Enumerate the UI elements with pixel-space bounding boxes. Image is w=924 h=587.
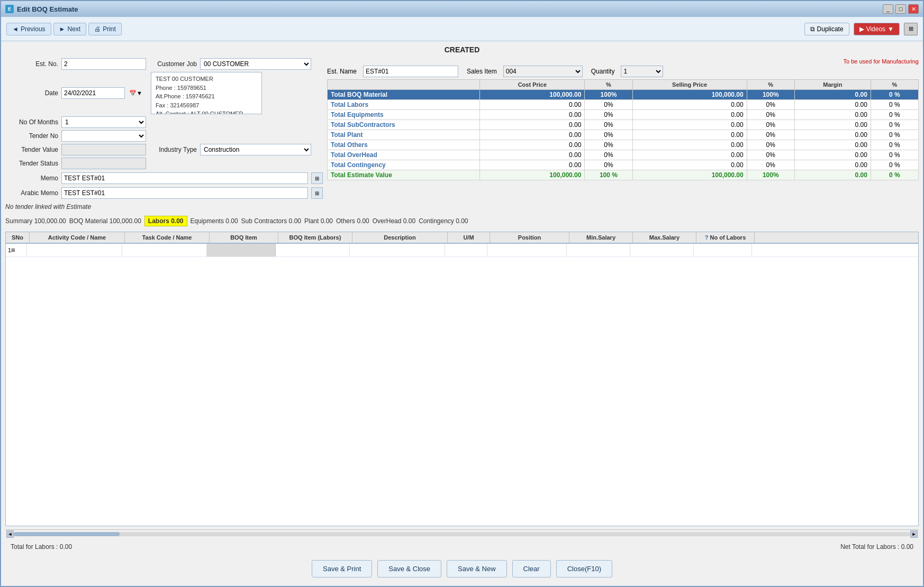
margin-pct: 0 %: [871, 90, 918, 100]
customer-name: TEST 00 CUSTOMER: [156, 75, 257, 84]
summary-bar-item[interactable]: BOQ Material 100,000.00: [69, 217, 141, 225]
summary-bar-item[interactable]: Summary 100,000.00: [5, 217, 66, 225]
toolbar-right: ⧉ Duplicate ▶ Videos ▼ ⊞: [804, 23, 918, 35]
grid-col-header-sno: SNo: [6, 232, 30, 243]
scroll-right-arrow[interactable]: ►: [910, 530, 918, 538]
row-label: Total Others: [328, 140, 480, 150]
summary-bar-item[interactable]: Sub Contractors 0.00: [241, 217, 301, 225]
memo-btn[interactable]: ⊞: [311, 172, 323, 184]
close-button[interactable]: ✕: [908, 4, 919, 14]
window-title: Edit BOQ Estimate: [17, 5, 880, 13]
col-header-label: [328, 80, 480, 90]
cell-um[interactable]: [445, 244, 487, 256]
top-section: Est. No. Customer Job 00 CUSTOMER Date 📅…: [5, 58, 919, 210]
summary-bar-item[interactable]: Others 0.00: [336, 217, 369, 225]
est-customer-row: Est. No. Customer Job 00 CUSTOMER: [5, 58, 323, 70]
summary-table-row[interactable]: Total Equipments 0.00 0% 0.00 0% 0.00 0 …: [328, 110, 919, 120]
grid-body[interactable]: 1 ⊞: [6, 244, 918, 526]
margin: 0.00: [794, 90, 871, 100]
quantity-select[interactable]: 1: [621, 66, 663, 77]
summary-table-row[interactable]: Total BOQ Material 100,000.00 100% 100,0…: [328, 90, 919, 100]
margin: 0.00: [794, 130, 871, 140]
cell-task[interactable]: [122, 244, 207, 256]
sell-pct: 0%: [747, 130, 794, 140]
help-icon: ?: [705, 234, 709, 241]
clear-button[interactable]: Clear: [512, 560, 551, 577]
customer-job-select[interactable]: 00 CUSTOMER: [200, 58, 311, 70]
months-row: No Of Months 1: [5, 116, 323, 128]
col-header-cost-pct: %: [585, 80, 632, 90]
row-icon[interactable]: ⊞: [11, 247, 15, 253]
sales-item-label: Sales Item: [467, 68, 497, 75]
close-button-main[interactable]: Close(F10): [556, 560, 612, 577]
save-new-button[interactable]: Save & New: [447, 560, 507, 577]
cost-price: 0.00: [480, 140, 585, 150]
minimize-button[interactable]: _: [883, 4, 893, 14]
months-select[interactable]: 1: [61, 116, 146, 128]
est-no-input[interactable]: [61, 58, 146, 70]
scrollbar-track[interactable]: [14, 532, 910, 536]
summary-bar-item[interactable]: Contingency 0.00: [419, 217, 468, 225]
margin-pct: 0 %: [871, 140, 918, 150]
cost-price: 0.00: [480, 150, 585, 160]
next-button[interactable]: ► Next: [53, 23, 87, 35]
arabic-memo-btn[interactable]: ⊞: [311, 187, 323, 199]
date-input[interactable]: [61, 87, 125, 99]
cell-position[interactable]: [487, 244, 567, 256]
arabic-memo-input[interactable]: [61, 187, 308, 199]
main-window: E Edit BOQ Estimate _ □ ✕ ◄ Previous ► N…: [0, 0, 924, 587]
summary-table-row[interactable]: Total Labors 0.00 0% 0.00 0% 0.00 0 %: [328, 100, 919, 110]
margin-pct: 0 %: [871, 150, 918, 160]
summary-bar-item[interactable]: OverHead 0.00: [373, 217, 415, 225]
tender-value-input[interactable]: [61, 144, 146, 155]
est-name-input[interactable]: [363, 66, 458, 77]
tender-no-select[interactable]: [61, 130, 146, 142]
save-close-button[interactable]: Save & Close: [377, 560, 441, 577]
cost-pct: 0%: [585, 100, 632, 110]
margin: 0.00: [794, 140, 871, 150]
window-controls: _ □ ✕: [883, 4, 919, 14]
horizontal-scrollbar[interactable]: ◄ ►: [5, 529, 919, 538]
summary-table-row[interactable]: Total Contingency 0.00 0% 0.00 0% 0.00 0…: [328, 160, 919, 170]
previous-button[interactable]: ◄ Previous: [6, 23, 51, 35]
cell-maxsalary[interactable]: [630, 244, 694, 256]
cost-pct: 0%: [585, 160, 632, 170]
row-label: Total Estimate Value: [328, 170, 480, 180]
cell-activity[interactable]: [27, 244, 122, 256]
tender-value-label: Tender Value: [5, 146, 58, 153]
table-row: 1 ⊞: [6, 244, 918, 257]
summary-table-row[interactable]: Total SubContractors 0.00 0% 0.00 0% 0.0…: [328, 120, 919, 130]
summary-bar-item[interactable]: Labors 0.00: [144, 216, 187, 226]
maximize-button[interactable]: □: [895, 4, 906, 14]
title-bar: E Edit BOQ Estimate _ □ ✕: [1, 1, 923, 17]
cell-boqlabors[interactable]: [276, 244, 350, 256]
summary-table-row[interactable]: Total OverHead 0.00 0% 0.00 0% 0.00 0 %: [328, 150, 919, 160]
industry-type-select[interactable]: Construction: [200, 144, 311, 155]
print-button[interactable]: 🖨 Print: [88, 23, 122, 35]
summary-bar: Summary 100,000.00BOQ Material 100,000.0…: [5, 216, 919, 226]
grid-header: SNoActivity Code / NameTask Code / NameB…: [6, 232, 918, 244]
scrollbar-thumb[interactable]: [14, 532, 120, 536]
summary-table-row[interactable]: Total Estimate Value 100,000.00 100 % 10…: [328, 170, 919, 180]
sales-item-select[interactable]: 004: [503, 66, 583, 77]
summary-table-row[interactable]: Total Others 0.00 0% 0.00 0% 0.00 0 %: [328, 140, 919, 150]
save-print-button[interactable]: Save & Print: [312, 560, 372, 577]
customer-info-box: TEST 00 CUSTOMER Phone : 159789651 Alt.P…: [151, 72, 262, 114]
cell-desc[interactable]: [350, 244, 445, 256]
calendar-icon[interactable]: 📅▼: [129, 90, 142, 97]
duplicate-button[interactable]: ⧉ Duplicate: [804, 23, 849, 35]
tender-status-input[interactable]: [61, 158, 146, 169]
cost-price: 100,000.00: [480, 90, 585, 100]
row-label: Total OverHead: [328, 150, 480, 160]
cell-nolabors[interactable]: [694, 244, 752, 256]
cell-minsalary[interactable]: [567, 244, 630, 256]
memo-input[interactable]: [61, 172, 308, 184]
extra-button[interactable]: ⊞: [904, 23, 918, 35]
no-tender-text: No tender linked with Estimate: [5, 203, 323, 210]
summary-bar-item[interactable]: Plant 0.00: [304, 217, 333, 225]
scroll-left-arrow[interactable]: ◄: [6, 530, 14, 538]
summary-table-row[interactable]: Total Plant 0.00 0% 0.00 0% 0.00 0 %: [328, 130, 919, 140]
videos-button[interactable]: ▶ Videos ▼: [854, 23, 900, 35]
tender-no-row: Tender No: [5, 130, 323, 142]
summary-bar-item[interactable]: Equipments 0.00: [191, 217, 238, 225]
